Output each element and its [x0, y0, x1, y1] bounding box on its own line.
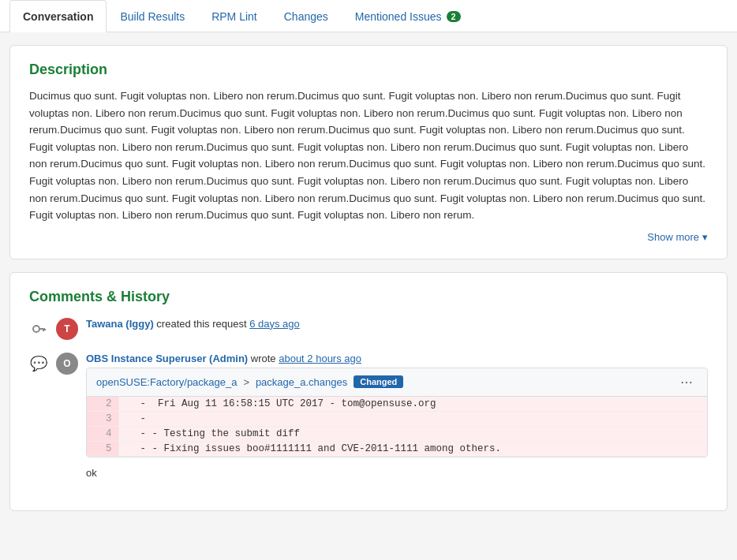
diff-table: 2 - Fri Aug 11 16:58:15 UTC 2017 - tom@o…	[87, 397, 707, 457]
diff-line-row: 4 - - Testing the submit diff	[87, 426, 707, 441]
diff-menu-button[interactable]: ⋯	[675, 373, 698, 391]
description-title: Description	[29, 62, 708, 78]
diff-line-num: 2	[87, 397, 118, 412]
diff-line-row: 3 -	[87, 411, 707, 426]
avatar-admin: O	[56, 353, 78, 375]
user-link-tawana[interactable]: Tawana (Iggy)	[86, 318, 154, 330]
description-card: Description Ducimus quo sunt. Fugit volu…	[9, 45, 728, 259]
ok-text: ok	[86, 464, 708, 482]
diff-line-content: - - Fixing issues boo#1111111 and CVE-20…	[118, 441, 707, 456]
timeline-meta-created: Tawana (Iggy) created this request 6 day…	[86, 318, 708, 330]
timeline-meta-comment: OBS Instance Superuser (Admin) wrote abo…	[86, 353, 708, 364]
tab-rpm-lint[interactable]: RPM Lint	[198, 0, 271, 32]
tab-changes[interactable]: Changes	[271, 0, 342, 32]
tab-mentioned-issues[interactable]: Mentioned Issues 2	[342, 0, 474, 32]
diff-line-num: 5	[87, 441, 118, 456]
description-text: Ducimus quo sunt. Fugit voluptas non. Li…	[29, 88, 708, 224]
main-content: Description Ducimus quo sunt. Fugit volu…	[0, 32, 737, 524]
time-link-created[interactable]: 6 days ago	[249, 318, 300, 330]
svg-point-0	[33, 326, 39, 332]
key-icon-container	[29, 319, 48, 338]
diff-header-left: openSUSE:Factory/package_a > package_a.c…	[96, 375, 403, 388]
diff-repo-link[interactable]: openSUSE:Factory/package_a	[96, 376, 238, 388]
comment-bubble-icon: 💬	[30, 355, 47, 372]
tab-conversation[interactable]: Conversation	[9, 0, 107, 32]
changed-badge: Changed	[354, 375, 403, 388]
tab-build-results[interactable]: Build Results	[107, 0, 198, 32]
diff-line-content: - - Testing the submit diff	[118, 426, 707, 441]
user-link-admin[interactable]: OBS Instance Superuser (Admin)	[86, 353, 248, 364]
diff-file-link[interactable]: package_a.changes	[256, 376, 347, 388]
avatar-tawana: T	[56, 318, 78, 340]
comment-bubble-icon-container: 💬	[29, 354, 48, 373]
key-icon	[29, 319, 48, 338]
show-more-link[interactable]: Show more	[647, 231, 708, 243]
timeline-item-comment: 💬 O OBS Instance Superuser (Admin) wrote…	[29, 353, 708, 482]
diff-line-num: 3	[87, 411, 118, 426]
diff-line-content: - Fri Aug 11 16:58:15 UTC 2017 - tom@ope…	[118, 397, 707, 412]
diff-file-path: openSUSE:Factory/package_a > package_a.c…	[96, 375, 347, 388]
comments-section: Comments & History T Tawana (Iggy)	[9, 272, 728, 511]
timeline-content-comment: OBS Instance Superuser (Admin) wrote abo…	[86, 353, 708, 482]
diff-line-row: 5 - - Fixing issues boo#1111111 and CVE-…	[87, 441, 707, 456]
tabs-bar: Conversation Build Results RPM Lint Chan…	[0, 0, 737, 32]
timeline-content-created: Tawana (Iggy) created this request 6 day…	[86, 318, 708, 333]
diff-line-row: 2 - Fri Aug 11 16:58:15 UTC 2017 - tom@o…	[87, 397, 707, 412]
mentioned-issues-badge: 2	[447, 11, 461, 22]
diff-block: openSUSE:Factory/package_a > package_a.c…	[86, 368, 708, 457]
diff-line-num: 4	[87, 426, 118, 441]
time-link-comment[interactable]: about 2 hours ago	[279, 353, 361, 364]
diff-header: openSUSE:Factory/package_a > package_a.c…	[87, 368, 707, 397]
diff-line-content: -	[118, 411, 707, 426]
show-more-container: Show more	[29, 230, 708, 243]
page-container: Conversation Build Results RPM Lint Chan…	[0, 0, 737, 560]
timeline-item-created: T Tawana (Iggy) created this request 6 d…	[29, 318, 708, 340]
comments-title: Comments & History	[29, 289, 708, 305]
chevron-down-icon	[702, 231, 708, 243]
